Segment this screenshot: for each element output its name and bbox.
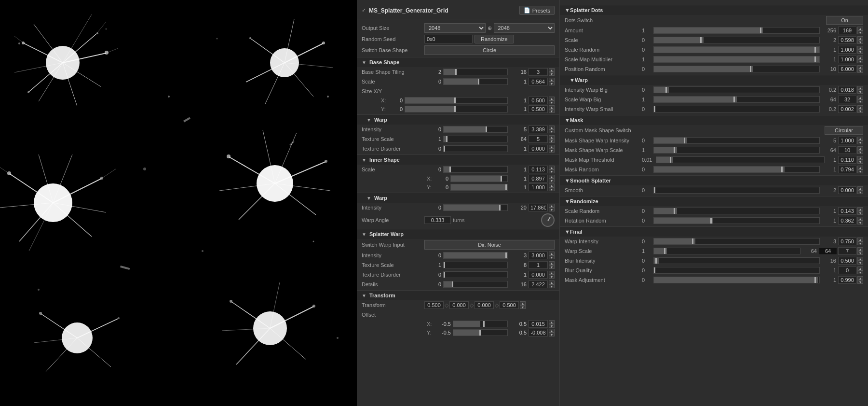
dots-scalemap-input[interactable] (838, 56, 856, 63)
fbi-slider[interactable] (653, 257, 820, 264)
dots-scalemap-slider[interactable] (653, 56, 820, 63)
bw-texscale-slider[interactable] (443, 136, 508, 142)
sw-intensity-input[interactable] (529, 252, 548, 259)
sw-texscale-input[interactable] (529, 261, 548, 269)
swb-slider[interactable] (653, 96, 820, 103)
inner-y-slider[interactable] (450, 184, 508, 191)
dots-amount-slider[interactable] (653, 27, 820, 34)
fws-input2[interactable] (838, 247, 856, 255)
base-y-input[interactable] (529, 105, 548, 113)
sw-texscale-slider[interactable] (443, 262, 508, 268)
fwi-slider[interactable] (653, 238, 820, 245)
swb-input[interactable] (838, 96, 856, 103)
dots-scalernd-input[interactable] (838, 46, 856, 54)
seed-input[interactable] (424, 35, 473, 43)
transform-t3[interactable] (475, 301, 494, 309)
inner-scale-slider[interactable] (443, 166, 508, 173)
base-shape-section[interactable]: ▼ Base Shape (357, 57, 559, 67)
fbq-input[interactable] (838, 266, 856, 274)
base-tiling-input[interactable] (529, 68, 548, 76)
inner-scale-input[interactable] (529, 166, 548, 173)
mmt-slider[interactable] (656, 156, 825, 163)
inner-warp-section[interactable]: ▼ Warp (357, 193, 559, 203)
base-scale-input[interactable] (529, 78, 548, 85)
mr-slider[interactable] (653, 166, 820, 173)
iw-intensity-slider[interactable] (443, 204, 508, 211)
inner-y-input[interactable] (529, 183, 548, 191)
fbi-input[interactable] (838, 257, 856, 265)
mmt-input[interactable] (838, 156, 856, 164)
warp-angle-dial[interactable] (541, 213, 555, 227)
offset-x-input[interactable] (529, 320, 548, 328)
transform-t2[interactable] (449, 301, 469, 309)
transform-section[interactable]: ▼ Transform (357, 290, 559, 300)
dots-warp-section[interactable]: ▼ Warp (560, 75, 868, 85)
spinner-down[interactable]: ▼ (549, 72, 555, 76)
dots-scale-slider[interactable] (653, 37, 820, 43)
transform-t1[interactable] (424, 301, 444, 309)
switch-base-value[interactable]: Circle (424, 45, 555, 55)
dots-posrnd-slider[interactable] (653, 66, 820, 72)
rr-input[interactable] (838, 217, 856, 224)
presets-button[interactable]: 📄 Presets (519, 6, 555, 15)
sw-texdis-input[interactable] (529, 271, 548, 279)
randomize-button[interactable]: Randomize (475, 35, 514, 43)
dots-switch-value[interactable]: On (826, 16, 863, 25)
sw-switch-value[interactable]: Dir. Noise (424, 240, 555, 250)
fwi-input[interactable] (838, 238, 856, 245)
mwi-input[interactable] (838, 137, 856, 144)
fma-slider[interactable] (653, 277, 820, 283)
sw-intensity-slider[interactable] (443, 252, 508, 259)
bw-intensity-slider[interactable] (443, 126, 508, 133)
base-y-slider[interactable] (405, 106, 508, 112)
fws-input[interactable] (819, 247, 837, 255)
inner-x-input[interactable] (529, 175, 548, 182)
bw-intensity-input[interactable] (529, 126, 548, 133)
base-tiling-slider[interactable] (443, 69, 508, 75)
output-size-select[interactable]: 20481024512 (424, 23, 486, 33)
mwi-slider[interactable] (653, 137, 820, 144)
transform-t4[interactable] (500, 301, 519, 309)
dots-amount-input[interactable] (838, 27, 856, 34)
dots-scalernd-slider[interactable] (653, 46, 820, 53)
iws-input[interactable] (838, 105, 856, 113)
inner-x-slider[interactable] (450, 175, 508, 182)
base-scale-spinner[interactable]: ▲ ▼ (549, 78, 555, 85)
splatter-dots-section[interactable]: ▼ Splatter Dots (560, 5, 868, 15)
base-x-slider[interactable] (405, 97, 508, 104)
iw-intensity-input[interactable] (529, 204, 548, 211)
offset-y-slider[interactable] (453, 329, 508, 336)
mask-custom-value[interactable]: Circular (825, 126, 863, 135)
base-tiling-spinner[interactable]: ▲ ▼ (549, 68, 555, 76)
offset-y-input[interactable] (529, 329, 548, 336)
smooth-splatter-section[interactable]: ▼ Smooth Splatter (560, 175, 868, 185)
rs-slider[interactable] (653, 208, 820, 214)
offset-x-slider[interactable] (453, 321, 508, 327)
rs-input[interactable] (838, 207, 856, 215)
fbq-slider[interactable] (653, 267, 820, 274)
iwb-slider[interactable] (653, 86, 820, 93)
iwb-input[interactable] (838, 86, 856, 94)
mws-input[interactable] (838, 146, 856, 154)
base-x-input[interactable] (529, 97, 548, 104)
base-warp-section[interactable]: ▼ Warp (357, 114, 559, 125)
smooth-input[interactable] (838, 186, 856, 194)
fma-input[interactable] (838, 276, 856, 284)
inner-shape-section[interactable]: ▼ Inner Shape (357, 154, 559, 165)
base-scale-slider[interactable] (443, 78, 508, 85)
sw-details-input[interactable] (529, 280, 548, 288)
dots-posrnd-input[interactable] (838, 65, 856, 73)
mws-slider[interactable] (653, 147, 820, 154)
fws-slider[interactable] (653, 248, 800, 254)
sw-texdis-slider[interactable] (443, 271, 508, 278)
bw-texscale-input[interactable] (529, 135, 548, 143)
sw-details-slider[interactable] (443, 281, 508, 288)
mr-input[interactable] (838, 166, 856, 173)
mask-section[interactable]: ▼ Mask (560, 115, 868, 125)
rr-slider[interactable] (653, 217, 820, 224)
bw-texdis-slider[interactable] (443, 145, 508, 152)
warp-angle-input[interactable] (424, 216, 451, 224)
iws-slider[interactable] (653, 106, 820, 112)
final-section[interactable]: ▼ Final (560, 226, 868, 237)
bw-texdis-input[interactable] (529, 145, 548, 153)
